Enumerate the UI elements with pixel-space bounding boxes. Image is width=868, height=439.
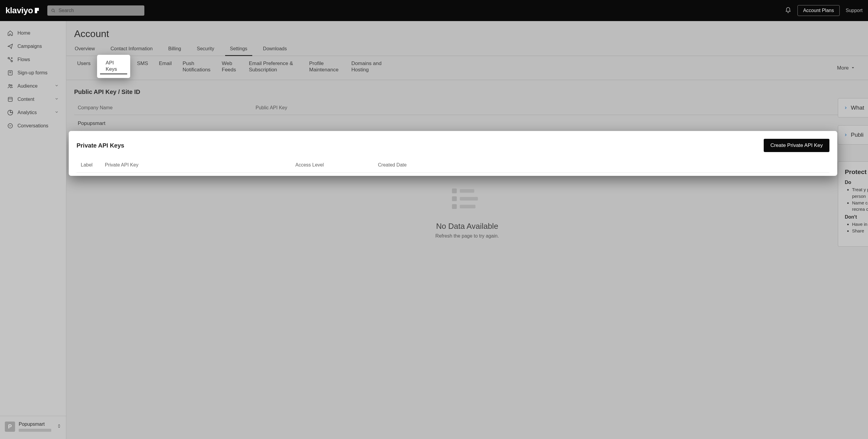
private-table-header: Label Private API Key Access Level Creat… bbox=[76, 159, 830, 173]
help-card-label: Publi bbox=[851, 132, 864, 138]
sidebar-item-label: Sign-up forms bbox=[18, 70, 48, 75]
sidebar-item-label: Flows bbox=[18, 57, 30, 62]
sidebar-item-conversations[interactable]: Conversations bbox=[0, 119, 66, 133]
sidebar-item-label: Audience bbox=[18, 83, 38, 89]
svg-point-4 bbox=[11, 58, 12, 59]
tab-billing[interactable]: Billing bbox=[167, 45, 182, 56]
protect-panel: Protect Do Treat y passw person Name can… bbox=[838, 161, 868, 246]
avatar: P bbox=[5, 421, 15, 432]
table-row: Popupsmart bbox=[74, 115, 860, 132]
subtab-sms[interactable]: SMS bbox=[131, 56, 153, 80]
empty-state: No Data Available Refresh the page to tr… bbox=[435, 189, 499, 239]
footer-text: Popupsmart bbox=[19, 421, 53, 432]
settings-sub-tabs: Users API Keys SMS Email Push Notificati… bbox=[66, 56, 868, 80]
empty-state-subtitle: Refresh the page to try again. bbox=[435, 233, 499, 239]
subtab-api-keys[interactable]: API Keys bbox=[97, 55, 130, 78]
svg-rect-10 bbox=[8, 97, 12, 101]
search-icon bbox=[51, 8, 56, 13]
search-container[interactable] bbox=[47, 5, 144, 16]
sidebar-item-content[interactable]: Content bbox=[0, 93, 66, 106]
logo-flag-icon bbox=[35, 8, 39, 13]
col-company-name: Company Name bbox=[78, 105, 255, 110]
chat-icon bbox=[7, 123, 13, 129]
empty-state-title: No Data Available bbox=[435, 222, 499, 231]
svg-marker-14 bbox=[852, 67, 854, 69]
col-public-api-key: Public API Key bbox=[255, 105, 857, 110]
form-icon bbox=[7, 70, 13, 76]
chevron-down-icon bbox=[55, 110, 59, 115]
private-panel-header: Private API Keys Create Private API Key bbox=[76, 139, 830, 152]
col-private-api-key: Private API Key bbox=[105, 162, 296, 168]
sidebar-item-label: Conversations bbox=[18, 123, 48, 129]
sidebar-item-home[interactable]: Home bbox=[0, 27, 66, 40]
tab-settings[interactable]: Settings bbox=[229, 45, 248, 56]
sidebar-item-label: Home bbox=[18, 30, 30, 36]
caret-down-icon bbox=[851, 66, 855, 70]
logo[interactable]: klaviyo bbox=[5, 6, 39, 15]
protect-dont-label: Don't bbox=[845, 214, 868, 220]
help-card-label: What bbox=[851, 104, 864, 111]
help-sidebar: What Publi bbox=[838, 98, 868, 144]
subtab-email[interactable]: Email bbox=[153, 56, 177, 80]
col-created-date: Created Date bbox=[378, 162, 825, 168]
sidebar-item-label: Analytics bbox=[18, 110, 37, 115]
help-card[interactable]: Publi bbox=[838, 125, 868, 144]
account-tabs: Overview Contact Information Billing Sec… bbox=[66, 45, 868, 56]
footer-placeholder-bar bbox=[19, 429, 51, 432]
subtab-email-preference[interactable]: Email Preference & Subscription bbox=[244, 56, 304, 80]
search-input[interactable] bbox=[59, 8, 141, 13]
help-card[interactable]: What bbox=[838, 98, 868, 117]
sidebar-item-signup-forms[interactable]: Sign-up forms bbox=[0, 66, 66, 79]
cell-public-api-key bbox=[255, 121, 857, 127]
create-private-api-key-button[interactable]: Create Private API Key bbox=[764, 139, 830, 152]
sidebar: Home Campaigns Flows Sign-up forms Audie… bbox=[0, 21, 66, 439]
chevron-down-icon bbox=[55, 83, 59, 89]
notifications-button[interactable] bbox=[785, 7, 792, 14]
subtab-push-notifications[interactable]: Push Notifications bbox=[177, 56, 216, 80]
sidebar-item-analytics[interactable]: Analytics bbox=[0, 106, 66, 119]
tab-contact-information[interactable]: Contact Information bbox=[110, 45, 153, 56]
list-item: Name can ea recrea compr bbox=[852, 200, 868, 213]
protect-do-list: Treat y passw person Name can ea recrea … bbox=[845, 187, 868, 212]
chevron-down-icon bbox=[55, 97, 59, 102]
account-name: Popupsmart bbox=[19, 421, 53, 427]
col-access-level: Access Level bbox=[296, 162, 378, 168]
topbar-right: Account Plans Support bbox=[785, 5, 863, 16]
tab-downloads[interactable]: Downloads bbox=[262, 45, 287, 56]
public-api-heading: Public API Key / Site ID bbox=[66, 80, 868, 101]
topbar: klaviyo Account Plans Support bbox=[0, 0, 868, 21]
protect-do-label: Do bbox=[845, 180, 868, 185]
users-icon bbox=[7, 83, 13, 89]
sidebar-item-label: Campaigns bbox=[18, 44, 42, 49]
cell-company-name: Popupsmart bbox=[78, 121, 255, 127]
account-switcher-icon[interactable] bbox=[57, 423, 61, 430]
col-label: Label bbox=[81, 162, 105, 168]
tab-overview[interactable]: Overview bbox=[74, 45, 96, 56]
main-content: Account Overview Contact Information Bil… bbox=[66, 21, 868, 439]
svg-point-8 bbox=[9, 84, 10, 86]
subtab-domains-hosting[interactable]: Domains and Hosting bbox=[346, 56, 388, 80]
send-icon bbox=[7, 43, 13, 49]
list-item: Have in a pu bbox=[852, 221, 868, 228]
list-item: Treat y passw person bbox=[852, 187, 868, 200]
svg-point-9 bbox=[11, 85, 12, 86]
subtab-more[interactable]: More bbox=[832, 56, 863, 80]
flow-icon bbox=[7, 57, 13, 63]
account-plans-button[interactable]: Account Plans bbox=[798, 5, 840, 16]
subtab-web-feeds[interactable]: Web Feeds bbox=[216, 56, 244, 80]
sidebar-item-flows[interactable]: Flows bbox=[0, 53, 66, 66]
analytics-icon bbox=[7, 110, 13, 115]
sidebar-item-audience[interactable]: Audience bbox=[0, 79, 66, 93]
subtab-profile-maintenance[interactable]: Profile Maintenance bbox=[304, 56, 346, 80]
support-link[interactable]: Support bbox=[846, 8, 863, 13]
subtab-users[interactable]: Users bbox=[72, 56, 96, 80]
sidebar-item-campaigns[interactable]: Campaigns bbox=[0, 40, 66, 53]
table-header-row: Company Name Public API Key bbox=[74, 101, 860, 115]
chevron-right-icon bbox=[844, 106, 848, 110]
page-title: Account bbox=[66, 21, 868, 45]
sidebar-nav: Home Campaigns Flows Sign-up forms Audie… bbox=[0, 21, 66, 416]
logo-text: klaviyo bbox=[5, 6, 33, 15]
tab-security[interactable]: Security bbox=[196, 45, 215, 56]
sidebar-footer[interactable]: P Popupsmart bbox=[0, 416, 66, 439]
public-api-table: Company Name Public API Key Popupsmart bbox=[74, 101, 860, 132]
